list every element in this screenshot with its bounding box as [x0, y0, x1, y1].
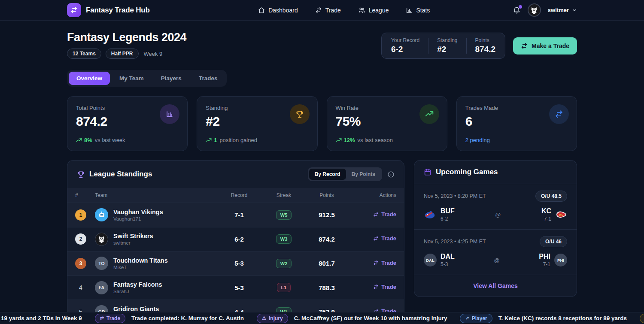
points-value: 801.7 [305, 260, 348, 267]
brand[interactable]: Fantasy Trade Hub [67, 3, 150, 17]
nav-label: Dashboard [268, 7, 298, 14]
trade-label: Trade [381, 211, 396, 218]
swap-icon [373, 212, 379, 217]
record-value: 6-2 [216, 236, 262, 243]
news-ticker: 19 yards and 2 TDs in Week 9 ⇄Trade Trad… [0, 312, 644, 324]
main-nav: Dashboard Trade League Stats [258, 6, 430, 14]
trend-up-icon: 8% [76, 137, 92, 143]
trade-badge[interactable]: ⇄Trade [95, 314, 125, 323]
game-datetime: Nov 5, 2023 • 8:20 PM ET [424, 193, 486, 199]
stat-card-trades-made: Trades Made 6 2 pending [456, 96, 577, 151]
home-icon [258, 7, 265, 14]
tab-trades[interactable]: Trades [191, 72, 225, 85]
away-team-record: 6-2 [440, 216, 455, 222]
game-buf-kc[interactable]: Nov 5, 2023 • 8:20 PM ET O/U 48.5 BUF 6-… [414, 184, 577, 230]
nav-item-league[interactable]: League [358, 6, 389, 14]
tab-players[interactable]: Players [153, 72, 189, 85]
bar-chart-icon [406, 7, 413, 14]
points-value: 874.2 [475, 45, 496, 54]
team-owner: SarahJ [113, 289, 162, 294]
nav-item-dashboard[interactable]: Dashboard [258, 7, 298, 14]
initials-avatar: TO [95, 257, 108, 270]
table-row-fantasy-falcons[interactable]: 4 FA Fantasy Falcons SarahJ 5-3 L1 788.3… [67, 276, 404, 300]
home-team-abbr: PHI [539, 253, 550, 260]
swap-icon: ⇄ [100, 315, 104, 321]
points-label: Points [475, 37, 496, 43]
page-title: Fantasy Legends 2024 [67, 31, 186, 44]
trending-up-icon: ↗ [465, 315, 469, 321]
trend-suffix: position gained [219, 137, 257, 143]
phi-logo: PHI [554, 254, 567, 266]
toggle-by-points[interactable]: By Points [346, 169, 381, 180]
chiefs-logo-icon: KC [555, 210, 567, 219]
trend-suffix: vs last week [95, 137, 125, 143]
team-name: Vaughan Vikings [113, 209, 163, 215]
trade-action-button[interactable]: Trade [348, 284, 396, 290]
record-label: Your Record [391, 37, 419, 43]
streak-badge: L1 [277, 283, 291, 292]
toggle-by-record[interactable]: By Record [309, 169, 346, 180]
table-row-swift-strikers[interactable]: 2 Swift Strikers switmer 6-2 W3 874.2 Tr… [67, 227, 404, 251]
bills-logo-icon [424, 210, 437, 219]
trade-action-button[interactable]: Trade [348, 235, 396, 242]
at-symbol: @ [494, 257, 500, 263]
user-menu[interactable]: switmer [548, 7, 577, 13]
stat-card-standing: Standing #2 1 position gained [197, 96, 317, 151]
table-row-touchdown-titans[interactable]: 3 TO Touchdown Titans MikeT 5-3 W2 801.7… [67, 251, 404, 276]
col-actions: Actions [348, 192, 396, 198]
app-logo-swap-icon [67, 3, 81, 17]
team-owner: MikeT [113, 265, 168, 270]
initials-avatar: FA [95, 281, 108, 294]
points-value: 912.5 [305, 211, 348, 218]
stat-card-total-points: Total Points 874.2 8% vs last week [67, 96, 188, 151]
game-dal-phi[interactable]: Nov 5, 2023 • 4:25 PM ET O/U 46 DAL DAL … [414, 230, 577, 275]
rank-badge: 3 [75, 258, 86, 269]
games-title: Upcoming Games [436, 168, 498, 176]
trade-label: Trade [381, 284, 396, 290]
info-icon[interactable] [387, 171, 395, 178]
home-team-abbr: KC [541, 207, 551, 215]
waiver-badge[interactable]: ↘Waiver [640, 314, 644, 323]
warning-icon: ⚠ [262, 315, 266, 321]
record-value: 5-3 [216, 284, 262, 291]
table-row-vaughan-vikings[interactable]: 1 Vaughan Vikings Vaughan171 7-1 W5 912.… [67, 203, 404, 227]
make-a-trade-button[interactable]: Make a Trade [513, 37, 577, 55]
nav-item-stats[interactable]: Stats [406, 7, 430, 14]
svg-text:KC: KC [559, 213, 564, 216]
record-summary-card: Your Record 6-2 Standing #2 Points 874.2 [381, 33, 505, 59]
trade-action-button[interactable]: Trade [348, 260, 396, 266]
col-streak: Streak [262, 192, 305, 198]
rank-badge: 2 [75, 233, 86, 245]
streak-badge: W3 [276, 234, 292, 244]
nav-label: Stats [416, 7, 430, 14]
home-team-record: 7-1 [541, 216, 551, 222]
tab-overview[interactable]: Overview [69, 72, 110, 85]
at-symbol: @ [495, 212, 501, 218]
streak-badge: W5 [276, 210, 292, 220]
trophy-icon [290, 104, 310, 124]
rank-badge: 1 [75, 209, 86, 221]
trade-label: Trade [381, 260, 396, 266]
away-team-abbr: DAL [440, 253, 455, 260]
notifications-bell-icon[interactable] [513, 6, 521, 14]
over-under-badge: O/U 46 [540, 236, 567, 247]
trade-action-button[interactable]: Trade [348, 211, 396, 218]
team-name: Swift Strikers [113, 233, 153, 239]
app-title: Fantasy Trade Hub [86, 6, 150, 15]
game-datetime: Nov 5, 2023 • 4:25 PM ET [424, 239, 486, 245]
nav-item-trade[interactable]: Trade [315, 7, 341, 14]
dal-logo: DAL [424, 254, 437, 266]
trend-suffix: vs last season [358, 137, 393, 143]
away-team-record: 5-3 [440, 261, 455, 267]
week-label: Week 9 [144, 51, 163, 57]
robot-avatar [95, 208, 108, 221]
divider [466, 38, 467, 54]
points-value: 788.3 [305, 284, 348, 291]
user-avatar[interactable] [528, 3, 541, 17]
top-navbar: Fantasy Trade Hub Dashboard Trade League… [0, 0, 644, 21]
tab-my-team[interactable]: My Team [112, 72, 152, 85]
injury-badge[interactable]: ⚠Injury [257, 314, 288, 323]
player-badge[interactable]: ↗Player [460, 314, 492, 323]
view-all-games-link[interactable]: View All Games [414, 275, 577, 297]
pending-trades-link[interactable]: 2 pending [465, 137, 490, 143]
